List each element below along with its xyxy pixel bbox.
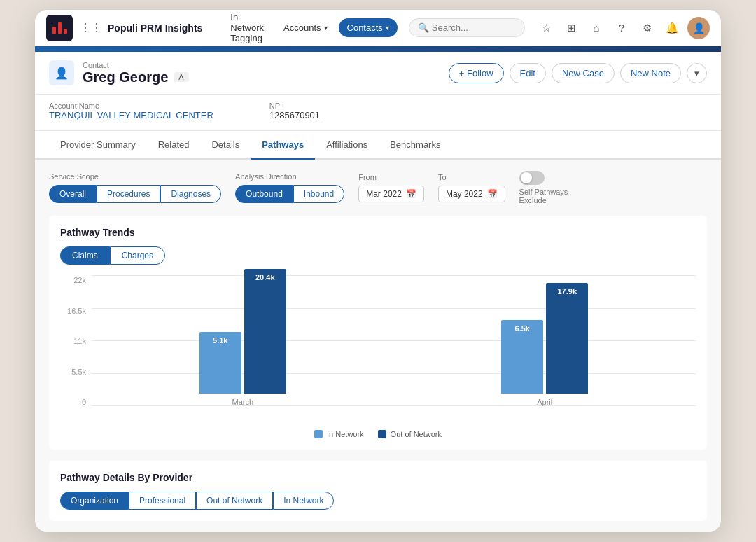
outbound-button[interactable]: Outbound	[235, 185, 293, 203]
nav-icons: ☆ ⊞ ⌂ ? ⚙ 🔔 👤	[536, 17, 710, 39]
npi-label: NPI	[270, 102, 320, 110]
in-network-details-button[interactable]: In Network	[273, 492, 334, 510]
account-name-label: Account Name	[49, 102, 214, 110]
bar-group-march: 5.1k 20.4k March	[200, 269, 286, 406]
april-out-of-network-bar: 17.9k	[546, 283, 588, 394]
y-axis: 0 5.5k 11k 16.5k 22k	[60, 276, 92, 423]
out-of-network-details-button[interactable]: Out of Network	[196, 492, 273, 510]
march-in-network-value: 5.1k	[213, 336, 227, 345]
inbound-button[interactable]: Inbound	[293, 185, 344, 203]
plus-icon[interactable]: ⊞	[561, 18, 581, 38]
contact-type-icon: 👤	[55, 67, 69, 80]
april-in-network-value: 6.5k	[515, 324, 530, 333]
bell-icon[interactable]: 🔔	[662, 18, 682, 38]
from-date-group: From Mar 2022 📅	[358, 173, 424, 202]
nav-link-contacts[interactable]: Contacts ▾	[339, 18, 398, 37]
top-nav: ⋮⋮ Populi PRM Insights In-Network Taggin…	[35, 10, 721, 46]
bar-pair-april: 6.5k 17.9k	[501, 283, 588, 394]
tab-related[interactable]: Related	[147, 131, 201, 160]
self-pathways-label: Self Pathways Exclude	[519, 188, 568, 204]
legend-out-of-network-dot	[378, 430, 386, 438]
y-label-55k: 5.5k	[60, 368, 92, 376]
march-in-network-bar: 5.1k	[200, 332, 241, 394]
npi-value: 1285670901	[270, 110, 320, 120]
legend-in-network: In Network	[314, 430, 364, 438]
march-out-of-network-bar: 20.4k	[244, 269, 286, 394]
avatar[interactable]: 👤	[687, 17, 710, 39]
y-label-22k: 22k	[60, 276, 92, 284]
filter-row: Service Scope Overall Procedures Diagnos…	[49, 171, 707, 204]
to-date-picker[interactable]: May 2022 📅	[438, 186, 505, 202]
legend-out-of-network-label: Out of Network	[391, 430, 442, 438]
help-icon[interactable]: ?	[612, 18, 631, 38]
tab-strip: Provider Summary Related Details Pathway…	[35, 131, 721, 160]
from-date-picker[interactable]: Mar 2022 📅	[358, 186, 424, 202]
chart-toggle: Claims Charges	[60, 246, 696, 265]
tab-pathways[interactable]: Pathways	[251, 131, 315, 160]
contacts-chevron-icon: ▾	[386, 24, 389, 32]
action-buttons: + Follow Edit New Case New Note ▾	[449, 63, 707, 83]
april-in-network-bar: 6.5k	[501, 320, 543, 394]
nav-links: In-Network Tagging Accounts ▾ Contacts ▾	[222, 10, 397, 48]
star-icon[interactable]: ☆	[536, 18, 556, 38]
professional-button[interactable]: Professional	[129, 492, 196, 510]
procedures-button[interactable]: Procedures	[97, 185, 160, 203]
more-actions-button[interactable]: ▾	[687, 63, 707, 83]
legend-in-network-dot	[314, 430, 323, 438]
toggle-knob	[521, 172, 532, 183]
service-scope-group: Service Scope Overall Procedures Diagnos…	[49, 172, 221, 203]
accounts-chevron-icon: ▾	[324, 24, 328, 32]
app-name: Populi PRM Insights	[108, 22, 202, 34]
account-name-value[interactable]: TRANQUIL VALLEY MEDICAL CENTER	[49, 110, 214, 120]
contact-icon: 👤	[49, 60, 74, 85]
chart-title: Pathway Trends	[60, 227, 696, 238]
chart-area: 0 5.5k 11k 16.5k 22k	[60, 276, 696, 423]
service-scope-buttons: Overall Procedures Diagnoses	[49, 185, 221, 203]
april-out-of-network-value: 17.9k	[557, 287, 577, 296]
march-label: March	[232, 398, 253, 406]
search-input[interactable]	[432, 22, 516, 33]
analysis-direction-group: Analysis Direction Outbound Inbound	[235, 172, 344, 203]
contact-left: 👤 Contact Greg George A	[49, 60, 189, 85]
nav-link-in-network-tagging[interactable]: In-Network Tagging	[222, 10, 272, 48]
calendar-icon-2: 📅	[487, 189, 498, 199]
contact-type-label: Contact	[83, 61, 189, 69]
home-icon[interactable]: ⌂	[587, 18, 606, 38]
chart-legend: In Network Out of Network	[60, 430, 696, 438]
contact-meta: Contact Greg George A	[83, 61, 189, 85]
organization-button[interactable]: Organization	[60, 492, 129, 510]
diagnoses-button[interactable]: Diagnoses	[160, 185, 221, 203]
self-pathways-toggle[interactable]	[519, 171, 545, 185]
app-logo	[46, 15, 73, 41]
settings-icon[interactable]: ⚙	[637, 18, 657, 38]
legend-out-of-network: Out of Network	[378, 430, 442, 438]
tab-details[interactable]: Details	[200, 131, 251, 160]
tab-provider-summary[interactable]: Provider Summary	[49, 131, 147, 160]
tab-affiliations[interactable]: Affiliations	[315, 131, 379, 160]
april-label: April	[537, 398, 552, 406]
to-date-group: To May 2022 📅	[438, 173, 505, 202]
bars-container: 5.1k 20.4k March	[92, 276, 696, 406]
search-box[interactable]: 🔍	[409, 18, 525, 37]
overall-button[interactable]: Overall	[49, 185, 97, 203]
new-case-button[interactable]: New Case	[552, 63, 615, 83]
from-label: From	[358, 173, 424, 181]
npi-field: NPI 1285670901	[270, 102, 320, 120]
to-date-value: May 2022	[446, 189, 483, 199]
avatar-image: 👤	[693, 22, 705, 34]
follow-button[interactable]: + Follow	[449, 63, 504, 83]
y-label-165k: 16.5k	[60, 307, 92, 315]
nav-link-accounts[interactable]: Accounts ▾	[275, 18, 335, 37]
new-note-button[interactable]: New Note	[620, 63, 681, 83]
edit-button[interactable]: Edit	[510, 63, 546, 83]
y-label-0: 0	[60, 398, 92, 406]
analysis-direction-label: Analysis Direction	[235, 172, 344, 181]
tab-benchmarks[interactable]: Benchmarks	[379, 131, 451, 160]
calendar-icon: 📅	[406, 189, 416, 199]
to-label: To	[438, 173, 505, 181]
charges-button[interactable]: Charges	[110, 246, 165, 265]
contact-header: 👤 Contact Greg George A + Follow Edit Ne…	[35, 52, 721, 95]
pathway-details-section: Pathway Details By Provider Organization…	[49, 461, 707, 521]
contact-name: Greg George A	[83, 69, 189, 85]
claims-button[interactable]: Claims	[60, 246, 110, 265]
